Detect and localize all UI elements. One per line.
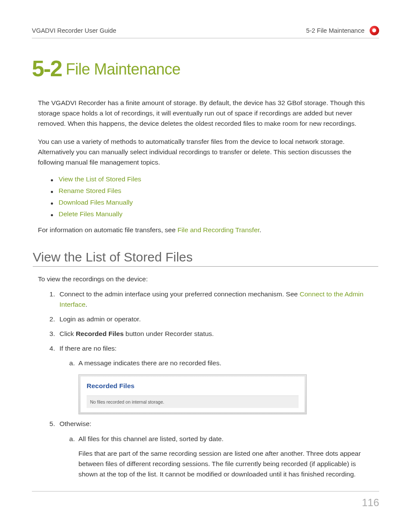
substep-item: All files for this channel are listed, s… (77, 434, 373, 479)
steps-list: Connect to the admin interface using you… (57, 289, 373, 479)
topic-link-list: View the List of Stored Files Rename Sto… (51, 175, 373, 218)
list-item: Delete Files Manually (51, 210, 373, 218)
text-fragment: If there are no files: (59, 345, 117, 352)
text-fragment: A message indicates there are no recorde… (78, 359, 221, 367)
link-rename-stored-files[interactable]: Rename Stored Files (59, 187, 121, 194)
step-item: Login as admin or operator. (57, 314, 373, 324)
paragraph-intro-2: You can use a variety of methods to auto… (38, 137, 373, 168)
section-title-text: File Maintenance (62, 60, 181, 78)
text-fragment: For information on automatic file transf… (38, 226, 177, 233)
bold-recorded-files: Recorded Files (76, 330, 124, 337)
link-download-files[interactable]: Download Files Manually (59, 199, 133, 206)
section-number: 5-2 (32, 56, 62, 81)
screenshot-recorded-files: Recorded Files No files recorded on inte… (78, 374, 307, 414)
header-guide-title: VGADVI Recorder User Guide (32, 27, 116, 34)
link-file-recording-transfer[interactable]: File and Recording Transfer (177, 226, 259, 233)
page-number: 116 (362, 497, 379, 509)
screenshot-title: Recorded Files (87, 381, 299, 391)
list-item: View the List of Stored Files (51, 175, 373, 183)
link-delete-files[interactable]: Delete Files Manually (59, 210, 122, 218)
page-header: VGADVI Recorder User Guide 5-2 File Main… (32, 26, 379, 38)
text-fragment: Otherwise: (59, 420, 91, 427)
step-item: Otherwise: All files for this channel ar… (57, 419, 373, 479)
footer-divider (32, 491, 379, 492)
step-item: If there are no files: A message indicat… (57, 343, 373, 414)
link-view-stored-files[interactable]: View the List of Stored Files (59, 175, 141, 183)
text-fragment: Connect to the admin interface using you… (59, 290, 299, 298)
step-item: Click Recorded Files button under Record… (57, 329, 373, 339)
text-fragment: . (259, 226, 261, 233)
brand-logo-icon (370, 26, 379, 35)
page-title: 5-2 File Maintenance (32, 56, 379, 81)
list-item: Download Files Manually (51, 199, 373, 206)
text-fragment: . (85, 301, 87, 308)
substep-item: A message indicates there are no recorde… (77, 358, 373, 414)
substep-paragraph: Files that are part of the same recordin… (78, 448, 373, 479)
paragraph-intro-1: The VGADVI Recorder has a finite amount … (38, 98, 373, 129)
header-section-title: 5-2 File Maintenance (306, 27, 364, 34)
screenshot-message: No files recorded on internal storage. (87, 395, 299, 408)
text-fragment: button under Recorder status. (124, 330, 214, 337)
step-item: Connect to the admin interface using you… (57, 289, 373, 310)
steps-intro: To view the recordings on the device: (38, 275, 373, 283)
text-fragment: Click (59, 330, 76, 337)
subsection-heading: View the List of Stored Files (33, 250, 378, 267)
text-fragment: All files for this channel are listed, s… (78, 435, 224, 442)
paragraph-auto-transfer: For information on automatic file transf… (38, 225, 373, 235)
list-item: Rename Stored Files (51, 187, 373, 195)
